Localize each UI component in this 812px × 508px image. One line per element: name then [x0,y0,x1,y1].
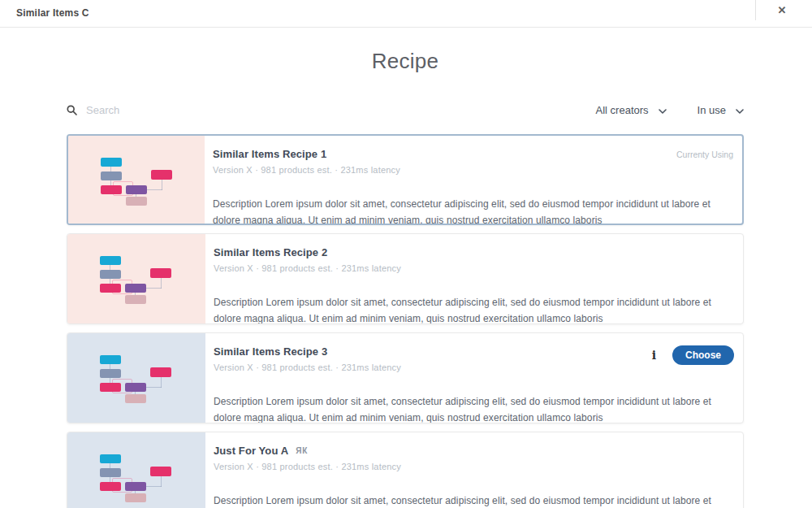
diagram-block-dusty [126,197,147,206]
recipe-description: Description Lorem ipsum dolor sit amet, … [214,393,734,423]
diagram-connector [146,288,162,289]
recipe-meta: Version X · 981 products est. · 231ms la… [213,165,400,175]
choose-button[interactable]: Choose [672,345,734,365]
currently-using-badge: Currenty Using [676,148,733,159]
recipe-meta: Version X · 981 products est. · 231ms la… [214,363,401,372]
diagram-block-slate [100,369,121,378]
diagram-block-pink-left [101,185,122,194]
diagram-block-purple [125,284,146,293]
diagram-block-cyan [100,355,121,364]
search-icon [67,105,77,115]
recipe-card-3[interactable]: Similar Items Recipe 3 Version X · 981 p… [67,332,744,423]
diagram-block-cyan [101,158,122,167]
diagram-block-pink-left [100,383,121,392]
diagram-block-cyan [100,454,121,463]
diagram-block-dusty [125,394,146,403]
diagram-connector [161,476,162,487]
recipe-card-1[interactable]: Similar Items Recipe 1 Version X · 981 p… [67,134,744,225]
recipe-description: Description Lorem ipsum dolor sit amet, … [214,493,734,508]
diagram-block-cyan [100,256,121,265]
diagram-block-dusty [125,493,146,502]
diagram-block-pink-right [150,268,171,278]
creators-dropdown-value: All creators [596,104,649,116]
diagram-block-pink-right [151,170,172,180]
diagram-connector [147,189,162,190]
search-box[interactable] [67,104,596,116]
diagram-connector [146,486,162,487]
recipe-thumbnail [67,333,205,423]
creators-dropdown[interactable]: All creators [596,102,667,117]
recipe-card-4[interactable]: Just For You AЯК Version X · 981 product… [67,432,744,508]
diagram-block-slate [101,172,122,180]
modal-header: Similar Items C ✕ [0,0,812,28]
diagram-block-pink-left [100,284,121,293]
recipe-title: Similar Items Recipe 2 [214,246,401,258]
recipe-card-2[interactable]: Similar Items Recipe 2 Version X · 981 p… [67,233,744,324]
close-icon[interactable]: ✕ [773,2,791,20]
recipe-title: Similar Items Recipe 1 [213,148,400,160]
recipe-thumbnail [68,136,205,224]
recipe-description: Description Lorem ipsum dolor sit amet, … [214,294,734,324]
recipe-meta: Version X · 981 products est. · 231ms la… [214,263,401,273]
recipe-thumbnail [67,432,205,508]
diagram-connector [161,278,162,289]
page-title: Recipe [67,49,744,74]
diagram-block-pink-right [150,467,171,476]
recipe-title-suffix-icon: ЯК [296,446,308,455]
recipe-description: Description Lorem ipsum dolor sit amet, … [213,196,733,225]
recipe-thumbnail [67,234,205,323]
diagram-connector [146,387,162,388]
diagram-block-purple [125,482,146,491]
diagram-block-pink-right [150,367,171,377]
filters-row: All creators In use [67,98,744,121]
diagram-block-pink-left [100,482,121,491]
recipe-title: Similar Items Recipe 3 [214,345,401,358]
info-icon[interactable]: i [652,345,656,365]
header-divider [755,0,756,20]
diagram-block-dusty [125,295,146,304]
diagram-block-purple [126,185,147,194]
chevron-down-icon [736,102,744,117]
diagram-connector [161,377,162,388]
search-input[interactable] [86,104,330,116]
diagram-connector [162,180,162,190]
diagram-block-slate [100,468,121,477]
recipe-meta: Version X · 981 products est. · 231ms la… [214,462,401,471]
diagram-block-slate [100,270,121,279]
chevron-down-icon [659,102,667,117]
inuse-dropdown-value: In use [698,104,726,116]
modal-title: Similar Items C [16,7,89,19]
recipe-title: Just For You AЯК [214,445,401,457]
recipe-list: Similar Items Recipe 1 Version X · 981 p… [67,134,744,508]
diagram-block-purple [125,383,146,392]
inuse-dropdown[interactable]: In use [698,102,744,117]
